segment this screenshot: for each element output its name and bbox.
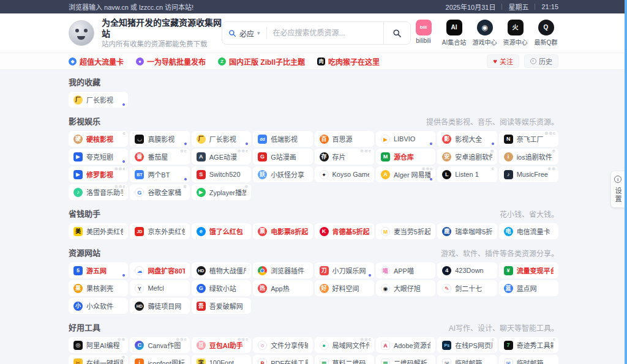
site-card[interactable]: AAlger 网易播放器⊕⊕e: [376, 166, 435, 182]
card-mini-badges: ⊕⊕e: [544, 131, 556, 136]
site-card[interactable]: 美美团外卖红包: [69, 223, 128, 239]
site-card[interactable]: HD薅徒项目网: [130, 298, 189, 314]
site-card[interactable]: 小小众软件: [69, 298, 128, 314]
search-engine-select[interactable]: 必应 ▾: [222, 28, 266, 39]
site-icon: 妖: [258, 170, 267, 179]
site-card[interactable]: 热App热: [253, 280, 312, 296]
site-card[interactable]: e饿了么红包: [192, 223, 251, 239]
site-card[interactable]: ▦二维码解析: [376, 355, 435, 364]
site-card[interactable]: JD京东外卖红包: [130, 223, 189, 239]
site-card[interactable]: 安安卓追剧软件⊕: [437, 149, 497, 165]
site-card-label: 硬核影视: [86, 134, 113, 144]
quick-link-1[interactable]: AIAI集合站: [441, 20, 467, 46]
site-card[interactable]: ▦草料二维码: [315, 355, 374, 364]
site-card-label: 阿里AI编程: [86, 340, 119, 350]
site-card[interactable]: 蓝蓝点网: [499, 280, 558, 296]
site-card[interactable]: 存存片⊕⊕e: [315, 149, 374, 165]
site-card[interactable]: iiconfont图标库: [130, 355, 189, 364]
site-card[interactable]: 豆豆包AI助手⊕⊕e: [192, 337, 251, 353]
follow-button[interactable]: ♥ 关注: [487, 54, 519, 68]
site-card[interactable]: ◉大眼仔旭: [376, 280, 435, 296]
history-button[interactable]: 历史: [524, 54, 558, 68]
scrollbar[interactable]: [625, 0, 627, 364]
notice-link-0[interactable]: ◆超值大流量卡: [69, 56, 124, 67]
site-card[interactable]: 5游五网: [69, 262, 128, 278]
site-card[interactable]: ●局域网文件传输⊕⊕e: [315, 337, 374, 353]
site-icon: ♪: [504, 170, 513, 179]
site-card[interactable]: ♪洛雪音乐助手⊕⊕e: [69, 184, 128, 200]
site-card[interactable]: GG站漫画: [253, 149, 312, 165]
quick-link-2[interactable]: ◉游戏中心: [472, 20, 497, 46]
site-card[interactable]: M源仓库: [376, 149, 435, 165]
steam-icon: ◉: [477, 20, 493, 35]
notice-link-3[interactable]: 肉吃肉猴子在这里: [317, 56, 380, 67]
site-card[interactable]: LListen 1e: [437, 166, 497, 182]
site-card[interactable]: N奈飞工厂⊕⊕e: [499, 131, 558, 147]
search-button[interactable]: [383, 22, 410, 44]
site-card[interactable]: Ps在线PS网页版e: [437, 337, 497, 353]
site-card[interactable]: 硬硬核影视e: [69, 131, 128, 147]
site-icon: ☁: [135, 266, 144, 275]
site-card[interactable]: 厂厂长影视: [192, 131, 251, 147]
site-card[interactable]: 吾吾爱破解网: [192, 298, 251, 314]
site-card[interactable]: 鹿瑞幸咖啡5折起: [437, 223, 497, 239]
site-card[interactable]: AAGE动漫⊕⊕e: [192, 149, 251, 165]
site-card[interactable]: ✉临时邮箱: [437, 355, 497, 364]
site-card[interactable]: 好好料空间: [315, 280, 374, 296]
site-card[interactable]: 喵APP喵: [376, 262, 435, 278]
site-logo[interactable]: [69, 20, 94, 46]
site-card[interactable]: iios追剧软件⊕: [499, 149, 558, 165]
site-card[interactable]: 厂厂长影视: [69, 92, 128, 108]
site-card[interactable]: 电电信流量卡: [499, 223, 558, 239]
site-card[interactable]: 票电影票8折起: [253, 223, 312, 239]
logo-face: [77, 36, 85, 40]
site-card[interactable]: 果果核剥壳: [69, 280, 128, 296]
site-card[interactable]: M麦当劳5折起: [376, 223, 435, 239]
settings-widget[interactable]: i 设置: [611, 171, 625, 207]
site-card[interactable]: CCanva作图⊕⊕e: [130, 337, 189, 353]
site-card[interactable]: K肯德基5折起: [315, 223, 374, 239]
site-card[interactable]: G绿软小站: [192, 280, 251, 296]
site-card[interactable]: ▶LIBVIO: [376, 131, 435, 147]
search-input[interactable]: [267, 29, 383, 37]
site-card[interactable]: ✦Koyso Game: [315, 166, 374, 182]
site-card[interactable]: SSwitch520: [192, 166, 251, 182]
site-card[interactable]: 字100Font: [192, 355, 251, 364]
site-card[interactable]: ◡真膜影视: [130, 131, 189, 147]
notice-link-2[interactable]: Z国内正版 Zibll子比主题: [218, 56, 305, 67]
site-card[interactable]: ✎剑二十七: [437, 280, 497, 296]
site-card[interactable]: ¥流量变现平台: [499, 262, 558, 278]
site-card[interactable]: 刀小刀娱乐网: [315, 262, 374, 278]
site-card[interactable]: ✂在线一键抠图⊕: [69, 355, 128, 364]
site-card[interactable]: ▶Zyplayer播放器⊕: [192, 184, 251, 200]
site-card[interactable]: 妖小妖怪分享: [253, 166, 312, 182]
quick-link-3[interactable]: 火资源中心: [503, 20, 528, 46]
site-card[interactable]: YMefcl: [130, 280, 189, 296]
section-desc: AI写作、设计、聊天等智能工具。: [449, 322, 558, 333]
site-card[interactable]: PPDF在线工具: [253, 355, 312, 364]
quick-link-4[interactable]: Q最新Q群: [533, 20, 558, 46]
site-card[interactable]: ☁网盘扩容80TB: [130, 262, 189, 278]
site-card[interactable]: 影影视大全: [437, 131, 497, 147]
quick-link-0[interactable]: bilibilibili: [411, 20, 436, 46]
site-icon: G: [258, 152, 267, 162]
site-card[interactable]: 番番茄屋⊕e: [130, 149, 189, 165]
site-card[interactable]: 百百思源: [315, 131, 374, 147]
site-card[interactable]: ♪MusicFree⊕⊕: [499, 166, 558, 182]
notice-link-1[interactable]: ●一为导航批量发布: [136, 56, 206, 67]
site-card[interactable]: 7奇迹秀工具箱e: [499, 337, 558, 353]
site-card[interactable]: AAdobe资源合集: [376, 337, 435, 353]
site-card[interactable]: ✉临时邮箱: [499, 355, 558, 364]
site-card[interactable]: HD植物大战僵尸: [192, 262, 251, 278]
site-card[interactable]: ▶夸克短剧: [69, 149, 128, 165]
site-card[interactable]: dd低端影视: [253, 131, 312, 147]
card-mini-badges: ⊕⊕e: [422, 166, 434, 171]
site-card[interactable]: ◎阿里AI编程⊕⊕: [69, 337, 128, 353]
site-card[interactable]: BT两个BT: [130, 166, 189, 182]
site-card[interactable]: ○文件分享传输: [253, 337, 312, 353]
site-card[interactable]: 浏览器插件: [253, 262, 312, 278]
site-card[interactable]: ▶修罗影视⊕⊕e: [69, 166, 128, 182]
site-card[interactable]: G谷歌全家桶⊕: [130, 184, 189, 200]
site-card[interactable]: 4423Down: [437, 262, 497, 278]
section-savings: 省钱助手花小钱、省大钱。美美团外卖红包JD京东外卖红包e饿了么红包票电影票8折起…: [69, 207, 558, 239]
